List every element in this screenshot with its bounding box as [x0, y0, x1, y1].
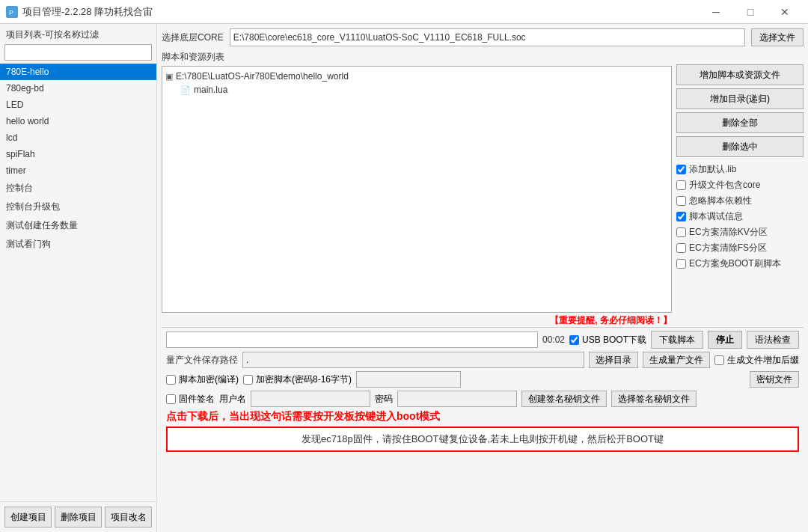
create-key-button[interactable]: 创建签名秘钥文件: [521, 391, 607, 407]
encode-key-input[interactable]: [356, 371, 461, 388]
file-icon: 📄: [180, 85, 191, 95]
project-list-item[interactable]: timer: [0, 162, 156, 179]
option-checkbox[interactable]: [676, 212, 686, 221]
encode-key-checkbox[interactable]: [243, 375, 253, 385]
option-checkbox[interactable]: [676, 243, 686, 253]
sign-label: 固件签名: [179, 393, 215, 406]
stop-button[interactable]: 停止: [708, 331, 742, 349]
syntax-check-button[interactable]: 语法检查: [747, 331, 799, 349]
download-script-button[interactable]: 下载脚本: [651, 331, 703, 349]
create-project-button[interactable]: 创建项目: [4, 507, 52, 528]
delete-project-button[interactable]: 删除项目: [55, 507, 102, 528]
encode-check-label[interactable]: 脚本加密(编译): [166, 373, 239, 386]
encode-label: 脚本加密(编译): [179, 373, 239, 386]
project-list-item[interactable]: LED: [0, 97, 156, 113]
option-checkbox-text: EC方案清除FS分区: [689, 242, 767, 254]
usb-boot-label: USB BOOT下载: [582, 334, 646, 346]
folder-item: ▣ E:\780E\LuatOS-Air780E\demo\hello_worl…: [165, 70, 668, 83]
project-list-item[interactable]: 控制台升级包: [0, 198, 156, 216]
option-checkbox-text: 忽略脚本依赖性: [689, 195, 752, 207]
rename-project-button[interactable]: 项目改名: [105, 507, 152, 528]
mass-prod-label: 量产文件保存路径: [166, 354, 238, 367]
project-list-item[interactable]: spiFlah: [0, 146, 156, 162]
download-time: 00:02: [542, 334, 565, 345]
option-checkbox-label[interactable]: 忽略脚本依赖性: [676, 195, 804, 207]
maximize-button[interactable]: □: [733, 0, 768, 24]
encode-checkbox[interactable]: [166, 375, 176, 385]
option-checkbox[interactable]: [676, 180, 686, 190]
file-tree-item[interactable]: 📄main.lua: [180, 83, 668, 97]
gen-file-suffix-checkbox[interactable]: [714, 355, 724, 365]
option-checkbox-text: 脚本调试信息: [689, 210, 743, 223]
gen-file-suffix-label[interactable]: 生成文件增加后缀: [714, 354, 799, 367]
encode-key-check-label[interactable]: 加密脚本(密码8-16字节): [243, 373, 352, 386]
core-row: 选择底层CORE 选择文件: [162, 28, 804, 46]
file-name: main.lua: [194, 85, 227, 95]
gen-file-suffix-text: 生成文件增加后缀: [727, 354, 799, 367]
minimize-button[interactable]: ─: [699, 0, 733, 24]
right-action-buttons: 增加脚本或资源文件 增加目录(递归) 删除全部 删除选中 添加默认.lib升级文…: [676, 51, 804, 327]
option-checkbox-label[interactable]: 升级文件包含core: [676, 179, 804, 192]
delete-all-button[interactable]: 删除全部: [676, 112, 804, 133]
option-checkbox-label[interactable]: 脚本调试信息: [676, 210, 804, 223]
app-icon: P: [6, 6, 18, 18]
close-button[interactable]: ✕: [768, 0, 802, 24]
project-list-item[interactable]: 测试创建任务数量: [0, 216, 156, 235]
encode-key-label: 加密脚本(密码8-16字节): [256, 373, 352, 386]
gen-file-button[interactable]: 生成量产文件: [643, 352, 710, 368]
select-key-button[interactable]: 选择签名秘钥文件: [611, 391, 697, 407]
option-checkbox-label[interactable]: EC方案免BOOT刷脚本: [676, 257, 804, 270]
option-checkbox-label[interactable]: EC方案清除KV分区: [676, 226, 804, 239]
option-checkbox-text: 添加默认.lib: [689, 163, 736, 176]
right-panel: 选择底层CORE 选择文件 脚本和资源列表 ▣ E:\780E\LuatOS-A…: [157, 24, 808, 532]
script-section: 脚本和资源列表 ▣ E:\780E\LuatOS-Air780E\demo\he…: [162, 51, 672, 327]
project-list-item[interactable]: lcd: [0, 129, 156, 146]
option-checkbox[interactable]: [676, 165, 686, 174]
progress-bar-container: [166, 331, 538, 348]
option-checkbox-label[interactable]: 添加默认.lib: [676, 163, 804, 176]
usb-boot-checkbox[interactable]: [569, 335, 579, 345]
project-list-item[interactable]: 测试看门狗: [0, 235, 156, 254]
sign-checkbox[interactable]: [166, 394, 176, 404]
username-input[interactable]: [251, 391, 370, 407]
project-search-input[interactable]: [4, 44, 152, 61]
script-list-label: 脚本和资源列表: [162, 51, 224, 64]
project-list-header: 项目列表-可按名称过滤: [0, 28, 156, 44]
option-checkbox[interactable]: [676, 259, 686, 269]
folder-path-label: E:\780E\LuatOS-Air780E\demo\hello_world: [176, 71, 349, 82]
option-checkbox-text: EC方案清除KV分区: [689, 226, 768, 239]
add-dir-button[interactable]: 增加目录(递归): [676, 88, 804, 109]
option-checkbox[interactable]: [676, 196, 686, 206]
collapse-icon: ▣: [165, 72, 173, 82]
app-title: 项目管理-2.2.28 降功耗找合宙: [22, 5, 153, 19]
username-label: 用户名: [219, 393, 246, 406]
core-label: 选择底层CORE: [162, 31, 224, 44]
core-path-input[interactable]: [230, 28, 745, 46]
core-select-button[interactable]: 选择文件: [751, 28, 804, 46]
important-notice: 【重要提醒, 务必仔细阅读！】: [550, 315, 672, 325]
window-controls: ─ □ ✕: [699, 0, 802, 24]
project-list-item[interactable]: hello world: [0, 113, 156, 129]
option-checkbox[interactable]: [676, 227, 686, 237]
left-panel: 项目列表-可按名称过滤 780E-hello780eg-bdLEDhello w…: [0, 24, 157, 532]
left-bottom-buttons: 创建项目 删除项目 项目改名: [0, 501, 156, 532]
password-input[interactable]: [397, 391, 517, 407]
mass-prod-path-input[interactable]: [242, 352, 584, 368]
delete-selected-button[interactable]: 删除选中: [676, 136, 804, 157]
firmware-sign-row: 固件签名 用户名 密码 创建签名秘钥文件 选择签名秘钥文件: [166, 391, 799, 407]
title-bar-left: P 项目管理-2.2.28 降功耗找合宙: [6, 5, 153, 19]
select-dir-button[interactable]: 选择目录: [589, 352, 638, 368]
secret-key-button[interactable]: 密钥文件: [750, 371, 799, 388]
file-tree-box: ▣ E:\780E\LuatOS-Air780E\demo\hello_worl…: [162, 66, 672, 313]
project-list-item[interactable]: 控制台: [0, 179, 156, 198]
usb-boot-check-label[interactable]: USB BOOT下载: [569, 334, 646, 346]
title-bar: P 项目管理-2.2.28 降功耗找合宙 ─ □ ✕: [0, 0, 808, 24]
option-checkbox-label[interactable]: EC方案清除FS分区: [676, 242, 804, 254]
project-list-item[interactable]: 780E-hello: [0, 64, 156, 80]
sign-check-label[interactable]: 固件签名: [166, 393, 215, 406]
mid-area: 脚本和资源列表 ▣ E:\780E\LuatOS-Air780E\demo\he…: [162, 51, 804, 327]
project-list-item[interactable]: 780eg-bd: [0, 80, 156, 97]
file-tree-children: 📄main.lua: [165, 83, 668, 97]
content-row: 项目列表-可按名称过滤 780E-hello780eg-bdLEDhello w…: [0, 24, 808, 532]
add-script-button[interactable]: 增加脚本或资源文件: [676, 64, 804, 85]
